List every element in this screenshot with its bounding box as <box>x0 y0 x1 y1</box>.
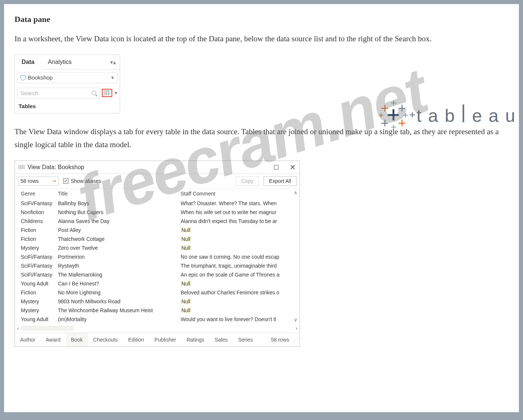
null-value: Null <box>181 245 192 251</box>
cell-staff: Alanna didn't expect this Tuesday to be … <box>181 218 298 224</box>
scroll-left-icon[interactable]: ‹ <box>17 325 19 331</box>
close-icon[interactable]: ✕ <box>290 165 296 169</box>
horizontal-scrollbar[interactable]: ‹ › <box>15 324 300 333</box>
cell-title: Ballinby Boys <box>58 200 181 206</box>
col-header-genre[interactable]: Genre <box>21 191 58 197</box>
table-row[interactable]: MysteryThe Winchcombe Railway Museum Hei… <box>15 306 300 315</box>
table-row[interactable]: SciFi/FantasyBallinby BoysWhat? Disaster… <box>15 199 300 208</box>
cell-genre: Childrens <box>21 218 58 224</box>
window-title: View Data: Bookshop <box>28 164 84 171</box>
cell-genre: Fiction <box>21 290 58 295</box>
table-tab[interactable]: Checkouts <box>88 333 123 346</box>
page-title: Data pane <box>14 14 509 24</box>
table-tabs: AuthorAwardBookCheckoutsEditionPublisher… <box>15 333 300 346</box>
tab-data[interactable]: Data <box>15 55 41 70</box>
scroll-down-icon[interactable]: ∨ <box>293 317 298 322</box>
data-source-selector[interactable]: Bookshop ▾ <box>17 72 117 83</box>
cell-genre: SciFi/Fantasy <box>21 263 58 269</box>
cell-staff: Null <box>181 227 298 233</box>
search-input[interactable]: Search <box>17 88 100 98</box>
table-tab[interactable]: Series <box>233 333 258 346</box>
rows-input[interactable]: 58 rows ➜ <box>18 177 59 185</box>
table-row[interactable]: Young AdultCan I Be Honest?Null <box>15 279 300 288</box>
col-header-title[interactable]: Title <box>58 191 181 197</box>
cell-title: Zero over Twelve <box>58 245 181 251</box>
cell-genre: Mystery <box>21 245 58 251</box>
cell-staff: Null <box>181 236 298 242</box>
table-row[interactable]: SciFi/FantasyRystwythThe triumphant, tra… <box>15 261 300 270</box>
cell-staff: What? Disaster. Where? The stars. When <box>181 200 298 206</box>
table-tab[interactable]: Sales <box>209 333 233 346</box>
view-data-window: View Data: Bookshop ✕ 58 rows ➜ ✓ Show a… <box>14 161 300 347</box>
checkbox-checked-icon: ✓ <box>63 178 68 184</box>
tab-analytics[interactable]: Analytics <box>41 55 78 70</box>
view-data-dropdown[interactable]: ▾ <box>114 90 117 96</box>
table-header-row: Genre Title Staff Comment <box>15 188 300 199</box>
cell-title: No More Lightning <box>58 290 181 295</box>
cell-staff: Null <box>181 307 298 313</box>
null-value: Null <box>181 236 192 242</box>
table-row[interactable]: FictionPost AlleyNull <box>15 226 300 235</box>
cell-genre: SciFi/Fantasy <box>21 200 58 206</box>
datasource-icon <box>20 75 26 80</box>
table-row[interactable]: Young Adult(im)MortalityWould you want t… <box>15 315 300 324</box>
col-header-staff[interactable]: Staff Comment <box>181 191 298 197</box>
cell-title: The Mallemaroking <box>58 272 181 278</box>
cell-staff: Null <box>181 245 298 251</box>
cell-staff: Null <box>181 298 298 304</box>
table-tab[interactable]: Publisher <box>149 333 181 346</box>
table-row[interactable]: ChildrensAlanna Saves the DayAlanna didn… <box>15 217 300 226</box>
table-row[interactable]: NonfictionNothing But CapersWhen his wif… <box>15 208 300 217</box>
cell-genre: Fiction <box>21 236 58 242</box>
search-icon <box>92 91 96 95</box>
table-tab[interactable]: Award <box>41 333 65 346</box>
resize-grip-icon[interactable]: ⋰ <box>293 337 298 342</box>
data-source-name: Bookshop <box>28 74 53 81</box>
grid-icon <box>104 90 110 96</box>
intro-paragraph-2: The View Data window displays a tab for … <box>14 125 509 152</box>
pane-menu-icon[interactable]: ▾▴ <box>78 55 120 70</box>
cell-genre: Young Adult <box>21 281 58 287</box>
table-tab[interactable]: Edition <box>123 333 149 346</box>
footer-row-count: 58 rows <box>267 333 293 346</box>
scrollbar-thumb[interactable] <box>21 326 73 330</box>
table-tab[interactable]: Ratings <box>181 333 209 346</box>
rows-input-value: 58 rows <box>20 178 39 184</box>
page: freecram.net <box>4 4 519 413</box>
cell-title: The Winchcombe Railway Museum Heist <box>58 307 181 313</box>
scroll-up-icon[interactable]: ∧ <box>293 190 298 195</box>
scroll-right-icon[interactable]: › <box>296 325 297 331</box>
table-row[interactable]: Mystery9803 North Millworks RoadNull <box>15 297 300 306</box>
table-row[interactable]: SciFi/FantasyPortmeirionNo one saw it co… <box>15 252 300 261</box>
cell-staff: No one saw it coming. No one could escap <box>181 254 298 260</box>
data-grid: ∧ Genre Title Staff Comment SciFi/Fantas… <box>15 188 300 324</box>
tableau-wordmark: + t a b l e a u <box>416 106 515 126</box>
table-tab[interactable]: Book <box>66 333 88 346</box>
cell-title: (im)Mortality <box>58 316 181 322</box>
table-row[interactable]: SciFi/FantasyThe MallemarokingAn epic on… <box>15 270 300 279</box>
null-value: Null <box>181 298 192 304</box>
cell-genre: SciFi/Fantasy <box>21 254 58 260</box>
cell-genre: Mystery <box>21 298 58 304</box>
cell-genre: SciFi/Fantasy <box>21 272 58 278</box>
cell-staff: When his wife set out to write her magnu… <box>181 209 298 215</box>
show-aliases-label: Show aliases <box>71 178 101 184</box>
maximize-icon[interactable] <box>274 165 278 169</box>
table-tab[interactable]: Author <box>15 333 41 346</box>
cell-title: Rystwyth <box>58 263 181 269</box>
grid-icon <box>19 165 25 169</box>
cell-staff: Beloved author Charles Fenimore strikes … <box>181 290 298 295</box>
table-row[interactable]: FictionNo More LightningBeloved author C… <box>15 288 300 297</box>
tableau-logo: + t a b l e a u <box>382 103 515 129</box>
cell-genre: Young Adult <box>21 316 58 322</box>
null-value: Null <box>181 227 192 233</box>
cell-title: Alanna Saves the Day <box>58 218 181 224</box>
arrow-right-icon[interactable]: ➜ <box>52 178 56 184</box>
cell-title: Post Alley <box>58 227 181 233</box>
export-all-button[interactable]: Export All <box>264 176 297 186</box>
copy-button[interactable]: Copy <box>236 176 259 186</box>
table-row[interactable]: MysteryZero over TwelveNull <box>15 243 300 252</box>
table-row[interactable]: FictionThatchwork CottageNull <box>15 235 300 243</box>
view-data-button[interactable] <box>102 89 112 97</box>
show-aliases-checkbox[interactable]: ✓ Show aliases <box>63 178 101 184</box>
